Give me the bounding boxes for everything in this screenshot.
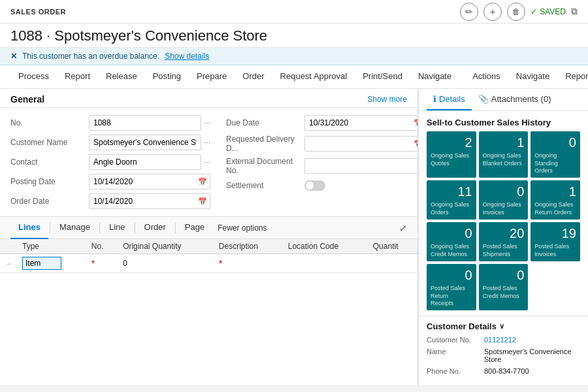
tab-lines[interactable]: Lines bbox=[10, 217, 48, 239]
posting-date-input-wrapper[interactable]: 📅 bbox=[89, 174, 210, 189]
add-icon[interactable]: + bbox=[483, 3, 502, 21]
requested-delivery-input-wrapper[interactable]: 📅 bbox=[304, 136, 418, 152]
sales-tile-6[interactable]: 0 Ongoing Sales Credit Memos bbox=[427, 222, 476, 261]
customer-details-header[interactable]: Customer Details ∨ bbox=[419, 316, 588, 334]
due-date-input[interactable] bbox=[305, 117, 411, 129]
tab-line[interactable]: Line bbox=[101, 217, 133, 239]
tab-manage[interactable]: Manage bbox=[52, 217, 98, 239]
sales-tile-2[interactable]: 0 Ongoing Standing Orders bbox=[531, 131, 580, 178]
field-no-dots[interactable]: ··· bbox=[204, 118, 210, 127]
customer-name-input-wrapper[interactable] bbox=[89, 135, 201, 150]
requested-delivery-input[interactable] bbox=[305, 138, 411, 150]
due-date-label: Due Date bbox=[226, 118, 304, 127]
customer-detail-row: Customer No.01121212 bbox=[419, 334, 588, 346]
col-quantity: Quantit bbox=[368, 239, 417, 254]
tile-label: Ongoing Sales Quotes bbox=[431, 152, 469, 167]
external-doc-input-wrapper[interactable] bbox=[304, 158, 418, 174]
settlement-toggle[interactable] bbox=[304, 180, 325, 191]
row-quantity[interactable] bbox=[368, 254, 417, 273]
sales-tile-4[interactable]: 0 Ongoing Sales Invoices bbox=[479, 180, 529, 220]
delete-icon[interactable]: 🗑 bbox=[507, 3, 525, 21]
due-date-calendar-icon[interactable]: 📅 bbox=[411, 119, 418, 127]
sales-tile-3[interactable]: 11 Ongoing Sales Orders bbox=[427, 180, 476, 220]
tab-posting[interactable]: Posting bbox=[145, 65, 189, 89]
field-no: No. ··· bbox=[10, 113, 210, 133]
customer-name-input[interactable] bbox=[90, 137, 201, 148]
tile-label: Posted Sales Credit Memos bbox=[483, 285, 519, 300]
top-bar-actions: ✏ + 🗑 ✓ SAVED ⧉ bbox=[460, 3, 578, 21]
row-type-input[interactable] bbox=[22, 257, 61, 270]
tab-prepare[interactable]: Prepare bbox=[189, 65, 235, 89]
customer-details-rows: Customer No.01121212NameSpotsmeyer's Con… bbox=[419, 334, 588, 377]
edit-icon[interactable]: ✏ bbox=[460, 3, 478, 21]
tile-number: 11 bbox=[457, 184, 472, 199]
posting-date-calendar-icon[interactable]: 📅 bbox=[195, 178, 210, 186]
posting-date-input[interactable] bbox=[90, 176, 195, 188]
tab-print-send[interactable]: Print/Send bbox=[355, 65, 410, 89]
field-customer-name: Customer Name ··· bbox=[10, 133, 210, 152]
lines-scroll: Type No. Original Quantity Description L… bbox=[0, 239, 417, 273]
tiles-grid: 2 Ongoing Sales Quotes 1 Ongoing Sales B… bbox=[419, 131, 588, 316]
requested-delivery-calendar-icon[interactable]: 📅 bbox=[411, 140, 418, 148]
field-no-input-wrapper[interactable] bbox=[89, 115, 201, 131]
lines-expand-icon[interactable]: ⤢ bbox=[399, 223, 407, 233]
tab-navigate-1[interactable]: Navigate bbox=[410, 65, 459, 89]
sales-tile-9[interactable]: 0 Posted Sales Return Receipts bbox=[427, 264, 476, 310]
tab-report-1[interactable]: Report bbox=[57, 65, 98, 89]
tab-release[interactable]: Release bbox=[98, 65, 145, 89]
contact-input-wrapper[interactable] bbox=[89, 154, 201, 170]
tab-actions[interactable]: Actions bbox=[465, 65, 508, 89]
order-date-input[interactable] bbox=[90, 195, 195, 207]
sales-tile-1[interactable]: 1 Ongoing Sales Blanket Orders bbox=[479, 131, 529, 178]
tile-number: 19 bbox=[562, 226, 576, 240]
row-desc-required: * bbox=[219, 258, 222, 269]
tab-request-approval[interactable]: Request Approval bbox=[272, 65, 355, 89]
row-type[interactable] bbox=[17, 254, 86, 273]
tab-attachments[interactable]: 📎 Attachments (0) bbox=[472, 89, 558, 110]
row-no[interactable]: * bbox=[86, 254, 118, 273]
tab-order-lines[interactable]: Order bbox=[137, 217, 174, 239]
customer-name-dots[interactable]: ··· bbox=[204, 138, 210, 147]
customer-detail-value[interactable]: 01121212 bbox=[484, 336, 516, 344]
alert-banner: ✕ This customer has an overdue balance. … bbox=[0, 48, 588, 65]
field-no-input[interactable] bbox=[90, 117, 201, 129]
row-description[interactable]: * bbox=[214, 254, 283, 273]
tile-label: Posted Sales Shipments bbox=[483, 243, 517, 258]
alert-link[interactable]: Show details bbox=[165, 52, 209, 61]
tab-process[interactable]: Process bbox=[10, 65, 57, 89]
contact-input[interactable] bbox=[90, 156, 201, 168]
tile-label: Ongoing Sales Orders bbox=[431, 201, 469, 216]
open-new-icon[interactable]: ⧉ bbox=[571, 6, 578, 17]
col-location-code: Location Code bbox=[283, 239, 368, 254]
fewer-options-lines[interactable]: Fewer options bbox=[218, 223, 267, 233]
sales-tile-0[interactable]: 2 Ongoing Sales Quotes bbox=[427, 131, 476, 178]
tab-navigate-2[interactable]: Navigate bbox=[508, 65, 557, 89]
left-panel: General Show more No. ··· Customer Name bbox=[0, 89, 418, 385]
contact-dots[interactable]: ··· bbox=[204, 157, 210, 167]
row-location-code[interactable] bbox=[283, 254, 368, 273]
due-date-input-wrapper[interactable]: 📅 bbox=[304, 115, 418, 131]
attachments-icon: 📎 bbox=[478, 94, 489, 104]
customer-name-value: ··· bbox=[89, 135, 210, 150]
row-orig-qty: 0 bbox=[118, 254, 214, 273]
tab-order[interactable]: Order bbox=[235, 65, 272, 89]
tab-details[interactable]: ℹ Details bbox=[427, 89, 472, 110]
external-doc-input[interactable] bbox=[305, 160, 418, 172]
lines-tab-divider-3 bbox=[135, 223, 135, 233]
sales-tile-7[interactable]: 20 Posted Sales Shipments bbox=[479, 222, 529, 261]
tab-page[interactable]: Page bbox=[177, 217, 212, 239]
alert-close-icon[interactable]: ✕ bbox=[10, 52, 17, 61]
order-date-input-wrapper[interactable]: 📅 bbox=[89, 193, 210, 209]
row-no-required: * bbox=[91, 258, 95, 269]
tile-label: Ongoing Sales Credit Memos bbox=[431, 243, 469, 258]
sales-tile-10[interactable]: 0 Posted Sales Credit Memos bbox=[479, 264, 529, 310]
tile-label: Ongoing Sales Blanket Orders bbox=[483, 152, 522, 167]
customer-detail-row: NameSpotsmeyer's Convenience Store bbox=[419, 346, 588, 365]
tile-number: 0 bbox=[465, 268, 472, 282]
tab-report-2[interactable]: Report bbox=[557, 65, 588, 89]
order-date-calendar-icon[interactable]: 📅 bbox=[195, 197, 210, 206]
show-more-link[interactable]: Show more bbox=[367, 95, 407, 104]
sales-tile-8[interactable]: 19 Posted Sales Invoices bbox=[531, 222, 580, 261]
sales-tile-5[interactable]: 1 Ongoing Sales Return Orders bbox=[531, 180, 580, 220]
alert-message: This customer has an overdue balance. bbox=[22, 52, 159, 61]
